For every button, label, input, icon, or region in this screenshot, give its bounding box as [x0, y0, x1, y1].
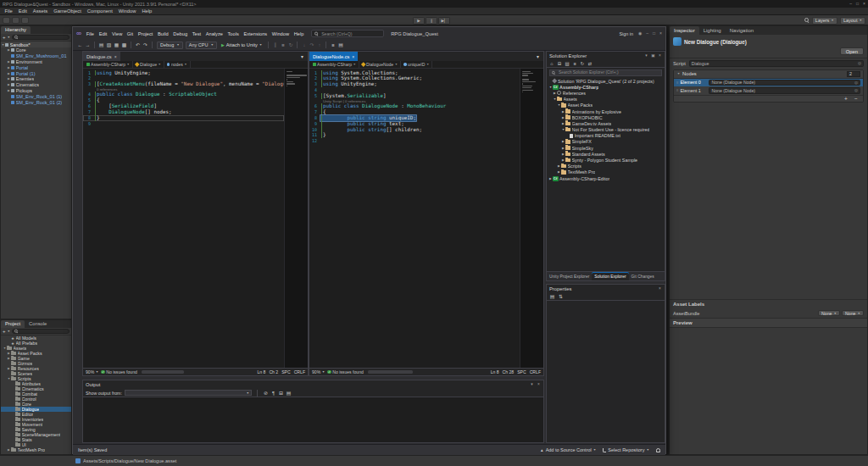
inspector-tab[interactable]: Inspector — [670, 26, 699, 35]
vs-menu-item[interactable]: Debug — [170, 31, 189, 36]
undo-icon[interactable]: ↶ — [135, 40, 141, 50]
document-health-indicator[interactable]: ✓No issues found — [101, 369, 137, 374]
document-health-indicator[interactable]: ✓No issues found — [327, 369, 364, 374]
object-picker-icon[interactable]: ◎ — [854, 88, 858, 92]
step-over-icon[interactable]: ↷ — [309, 40, 314, 50]
solution-item[interactable]: ▶GameDev.tv Assets — [547, 120, 665, 126]
add-to-source-control-button[interactable]: ▲Add to Source Control▼ — [540, 447, 596, 452]
zoom-control[interactable]: 90%▼ — [312, 369, 325, 374]
hierarchy-item[interactable]: SM_Env_Mushroom_01 — [1, 53, 71, 59]
code-line[interactable]: 8} — [83, 115, 284, 121]
editor-tab[interactable]: DialogueNode.cs × — [309, 52, 358, 61]
properties-icon[interactable]: ▤ — [565, 60, 570, 68]
cloud-icon[interactable] — [12, 17, 19, 24]
play-icon[interactable]: ▶ — [413, 17, 425, 25]
layers-dropdown[interactable]: Layers▼ — [812, 17, 837, 25]
remove-element-button[interactable]: − — [851, 96, 861, 103]
selected-asset-path[interactable]: Assets/Scripts/Dialogue/New Dialogue.ass… — [83, 458, 176, 463]
solution-item[interactable]: ▼C#Assembly-CSharp — [547, 84, 665, 90]
minimize-icon[interactable]: – — [849, 0, 852, 8]
hierarchy-item[interactable]: ▶Cinematics — [1, 82, 71, 88]
unity-menu-item[interactable]: Component — [84, 8, 115, 14]
code-line[interactable]: 5{ — [83, 97, 284, 103]
output-title-row[interactable]: Output ▾× — [83, 380, 543, 389]
solution-item[interactable]: ▼Assets — [547, 97, 665, 103]
close-icon[interactable]: × — [352, 54, 354, 59]
asset-labels-header[interactable]: Asset Labels — [670, 299, 867, 308]
hierarchy-item[interactable]: ▶Portal (1) — [1, 70, 71, 76]
vs-menu-item[interactable]: Tools — [225, 31, 242, 36]
solution-item[interactable]: ▼Asset Packs — [547, 103, 665, 108]
pause-icon[interactable]: ∥ — [426, 17, 437, 25]
horizontal-scrollbar[interactable] — [140, 369, 255, 374]
hierarchy-item[interactable]: ▶Portal — [1, 64, 71, 70]
wrap-icon[interactable]: ¶ — [270, 388, 276, 398]
layout-dropdown[interactable]: Layout▼ — [840, 17, 865, 25]
output-source-dropdown[interactable]: ▼ — [125, 390, 252, 396]
drag-handle-icon[interactable]: ≡ — [676, 88, 678, 92]
home-icon[interactable]: ⌂ — [549, 60, 554, 68]
breadcrumb-segment[interactable]: uniqueID▼ — [401, 61, 432, 68]
output-body[interactable] — [83, 397, 543, 442]
unity-menu-item[interactable]: Window — [115, 8, 139, 14]
close-icon[interactable]: × — [114, 54, 117, 59]
step-into-icon[interactable]: ↓ — [301, 40, 307, 50]
vs-menu-item[interactable]: Git — [125, 31, 136, 36]
code-line[interactable]: 2 — [83, 75, 284, 81]
properties-title-row[interactable]: Properties × — [547, 285, 665, 293]
step-out-icon[interactable]: ↑ — [316, 40, 322, 50]
clear-icon[interactable]: ⊘ — [263, 388, 269, 398]
open-button[interactable]: Open — [840, 47, 864, 55]
code-line[interactable]: 3using UnityEngine; — [309, 81, 520, 87]
maximize-icon[interactable]: □ — [653, 30, 655, 37]
vs-menu-item[interactable]: Edit — [97, 31, 109, 36]
show-all-icon[interactable]: ≡ — [330, 40, 336, 50]
code-area[interactable]: 1using System.Collections;2using System.… — [309, 69, 543, 368]
nodes-foldout-arrow[interactable]: ▼ — [676, 72, 681, 75]
code-line[interactable]: 1using UnityEngine; — [83, 70, 284, 76]
maximize-icon[interactable]: □ — [856, 0, 859, 8]
explorer-bottom-tab[interactable]: Solution Explorer — [592, 272, 628, 280]
project-tab[interactable]: Console — [25, 320, 51, 328]
vs-menu-item[interactable]: Project — [136, 31, 155, 36]
explorer-bottom-tab[interactable]: Unity Project Explorer — [547, 272, 592, 280]
solution-item[interactable]: ▶SimpleFX — [547, 139, 665, 145]
hierarchy-item[interactable]: ▶Pickups — [1, 88, 71, 94]
pin-icon[interactable]: ▣ — [651, 52, 655, 60]
scene-row[interactable]: ▼ Sandbox* — [1, 42, 71, 47]
horizontal-scrollbar[interactable] — [366, 369, 488, 374]
code-line[interactable]: 3[CreateAssetMenu(fileName = "New Dialog… — [83, 81, 284, 87]
chevron-down-icon[interactable]: ▾ — [535, 52, 541, 62]
solution-item[interactable]: ▶C#Assembly-CSharp-Editor — [547, 175, 665, 181]
chevron-down-icon[interactable]: ▾ — [644, 52, 648, 60]
code-line[interactable]: 9 public string text; — [309, 121, 520, 127]
properties-icon[interactable]: ▤ — [286, 388, 292, 398]
add-button[interactable]: + — [3, 34, 6, 42]
sign-in-button[interactable]: Sign in — [619, 31, 632, 36]
minimap[interactable] — [284, 69, 308, 368]
project-folder[interactable]: ▶TextMesh Pro — [1, 447, 71, 452]
vs-menu-item[interactable]: Window — [270, 31, 292, 36]
hierarchy-item[interactable]: SM_Env_Rock_01 (1) — [1, 93, 71, 99]
sync-icon[interactable]: ⇄ — [587, 60, 593, 68]
vs-menu-item[interactable]: Test — [190, 31, 203, 36]
code-line[interactable]: 2using System.Collections.Generic; — [309, 75, 520, 81]
nodes-header[interactable]: ▼ Nodes 2 — [674, 70, 863, 79]
close-icon[interactable]: × — [537, 380, 541, 389]
script-field[interactable]: Dialogue ◎ — [689, 60, 864, 67]
search-icon[interactable] — [804, 18, 810, 23]
save-icon[interactable]: ▦ — [114, 40, 120, 50]
zoom-control[interactable]: 90%▼ — [86, 369, 98, 374]
solution-item[interactable]: ▼Not For Student Use - licence required — [547, 127, 665, 133]
code-area[interactable]: 1using UnityEngine;23[CreateAssetMenu(fi… — [83, 69, 308, 368]
unity-menu-item[interactable]: Edit — [15, 8, 30, 14]
back-icon[interactable]: ← — [77, 40, 83, 50]
drag-handle-icon[interactable]: ≡ — [676, 80, 678, 85]
unity-menu-item[interactable]: GameObject — [51, 8, 85, 14]
vs-menu-item[interactable]: Extensions — [242, 31, 270, 36]
vs-menu-item[interactable]: Build — [155, 31, 170, 36]
code-line[interactable]: 7 DialogueNode[] nodes; — [83, 109, 284, 115]
solution-item[interactable]: ▶Scripts — [547, 164, 665, 169]
select-repository-button[interactable]: Select Repository▼ — [603, 447, 649, 452]
hierarchy-item[interactable]: ▶Environment — [1, 59, 71, 65]
